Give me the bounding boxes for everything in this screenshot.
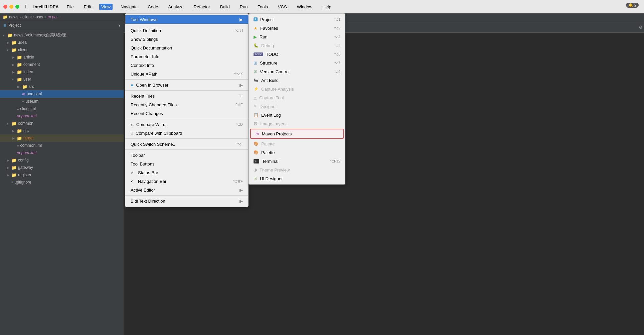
tw-designer[interactable]: ✎ Designer [249,102,345,111]
tw-capture-analysis[interactable]: ⚡ Capture Analysis [249,85,345,93]
expand-arrow: ▶ [12,63,15,67]
tree-item-idea[interactable]: ▶ 📁 .idea [0,39,124,46]
tree-item-gateway[interactable]: ▶ 📁 gateway [0,164,124,171]
tree-label: pom.xml [27,92,42,96]
analyze-menu-item[interactable]: Analyze [166,4,185,10]
tree-item-client[interactable]: ▾ 📁 client [0,46,124,53]
menu-item-compare-with[interactable]: ⇄ Compare With... ⌥D [125,120,248,129]
tree-item-news[interactable]: ▾ 📁 news /Volumes/大白菜U盘/课... [0,31,124,39]
file-menu-item[interactable]: File [65,4,76,10]
view-menu-item[interactable]: View [99,4,113,10]
menu-item-show-siblings[interactable]: Show Siblings [125,35,248,43]
tw-structure[interactable]: ⊞ Structure ⌥7 [249,59,345,67]
build-menu-item[interactable]: Build [218,4,232,10]
menu-item-quick-switch[interactable]: Quick Switch Scheme... ^⌥` [125,140,248,148]
tw-maven-projects[interactable]: m Maven Projects [251,129,343,138]
settings-icon[interactable]: ⚙ [639,25,643,30]
menu-item-recent-files[interactable]: Recent Files ^E [125,92,248,100]
navigate-menu-item[interactable]: Navigate [119,4,140,10]
tree-item-common-src[interactable]: ▶ 📁 src [0,127,124,134]
tree-item-pom-client[interactable]: m pom.xml [0,112,124,120]
menu-item-open-in-browser[interactable]: ● Open in Browser ▶ [125,81,248,89]
tw-debug[interactable]: 🐛 Debug ⌥5 [249,41,345,50]
refactor-menu-item[interactable]: Refactor [192,4,212,10]
breadcrumb-folder-icon: 📁 [3,15,8,19]
breadcrumb-client[interactable]: client [22,15,32,19]
menu-item-unique-xpath[interactable]: Unique XPath ^⌥X [125,70,248,78]
project-dropdown-arrow[interactable]: ▾ [119,24,120,27]
tw-theme-preview[interactable]: ◑ Theme Preview [249,165,345,174]
tw-terminal[interactable]: >_ Terminal ⌥F12 [249,157,345,165]
help-menu-item[interactable]: Help [320,4,333,10]
breadcrumb-pom[interactable]: m po... [47,15,60,19]
window-menu-item[interactable]: Window [295,4,314,10]
app-name[interactable]: IntelliJ IDEA [33,4,59,9]
tree-item-target[interactable]: ▶ 📁 target [0,134,124,142]
menu-item-tool-windows[interactable]: Tool Windows ▶ [125,15,248,24]
menu-item-tool-buttons[interactable]: Tool Buttons [125,159,248,168]
tw-todo[interactable]: TODO TODO ⌥6 [249,50,345,59]
tree-item-article[interactable]: ▶ 📁 article [0,53,124,61]
menu-item-context-info[interactable]: Context Info [125,61,248,70]
menu-item-compare-clipboard[interactable]: ⎘ Compare with Clipboard [125,129,248,137]
run-menu-item[interactable]: Run [238,4,250,10]
maximize-button[interactable] [15,5,19,9]
apple-menu[interactable]:  [25,4,27,10]
menu-item-parameter-info[interactable]: Parameter Info [125,52,248,61]
tw-ant[interactable]: 🐜 Ant Build [249,76,345,85]
vcs-menu-item[interactable]: VCS [276,4,289,10]
close-button[interactable] [3,5,7,9]
tools-menu-item[interactable]: Tools [256,4,270,10]
notification-bell[interactable]: 🔔2 [626,3,639,8]
tree-item-user-iml[interactable]: ≡ user.iml [0,98,124,105]
tw-vcs[interactable]: ⑨ Version Control ⌥9 [249,67,345,76]
tree-item-config[interactable]: ▶ 📁 config [0,156,124,164]
tw-label: Image Layers [260,121,287,126]
shortcut-label: ^⌥X [234,72,243,76]
menu-item-recently-changed[interactable]: Recently Changed Files ^⇧E [125,100,248,109]
expand-arrow: ▶ [7,166,10,170]
tree-item-client-iml[interactable]: ≡ client.iml [0,105,124,112]
menu-item-toolbar[interactable]: Toolbar [125,151,248,159]
tree-item-pom-user[interactable]: m pom.xml [0,90,124,98]
tree-item-comment[interactable]: ▶ 📁 comment [0,61,124,68]
tree-item-pom-common[interactable]: m pom.xml [0,149,124,156]
tree-item-common[interactable]: ▾ 📁 common [0,120,124,127]
tw-maven-projects-container: m Maven Projects [250,129,344,139]
menu-item-label: Compare with Clipboard [136,131,182,136]
tree-item-register[interactable]: ▶ 📁 register [0,171,124,179]
menu-item-label: Recently Changed Files [131,102,177,107]
menu-item-navigation-bar[interactable]: ✓ Navigation Bar ⌥⌘+ [125,177,248,186]
code-menu-item[interactable]: Code [146,4,160,10]
shortcut-label: ^E [239,94,243,98]
tw-capture-tool[interactable]: △ Capture Tool [249,93,345,102]
tw-palette2[interactable]: 🎨 Palette [249,148,345,157]
menu-item-quick-definition[interactable]: Quick Definition ⌥⇧I [125,26,248,35]
menu-separator [125,25,248,25]
tw-project[interactable]: P Project ⌥1 [249,15,345,24]
tree-item-common-iml[interactable]: ≡ common.iml [0,142,124,149]
menu-item-status-bar[interactable]: ✓ Status Bar [125,168,248,177]
tw-event-log[interactable]: 📋 Event Log [249,111,345,119]
tree-item-user[interactable]: ▾ 📁 user [0,76,124,83]
tree-item-index[interactable]: ▶ 📁 index [0,68,124,76]
tree-item-gitignore[interactable]: ≡ .gitignore [0,179,124,186]
menu-item-recent-changes[interactable]: Recent Changes [125,109,248,118]
breadcrumb-user[interactable]: user [36,15,43,19]
tree-label: config [18,158,29,162]
tw-run[interactable]: ▶ Run ⌥4 [249,32,345,41]
tree-label: .gitignore [15,180,31,185]
tw-ui-designer[interactable]: ☑ UI Designer [249,174,345,183]
tree-item-src[interactable]: ▶ 📁 src [0,83,124,90]
edit-menu-item[interactable]: Edit [82,4,93,10]
menu-item-bidi-text[interactable]: Bidi Text Direction ▶ [125,197,248,205]
tw-favorites[interactable]: ★ Favorites ⌥2 [249,24,345,32]
tw-image-layers[interactable]: 🖼 Image Layers [249,119,345,128]
expand-arrow: ▶ [7,41,10,44]
minimize-button[interactable] [9,5,13,9]
breadcrumb-news[interactable]: news [9,15,18,19]
menu-item-quick-documentation[interactable]: Quick Documentation [125,43,248,52]
tw-palette[interactable]: 🎨 Palette [249,139,345,148]
menu-item-active-editor[interactable]: Active Editor ▶ [125,186,248,194]
menu-item-label: Status Bar [138,170,158,175]
